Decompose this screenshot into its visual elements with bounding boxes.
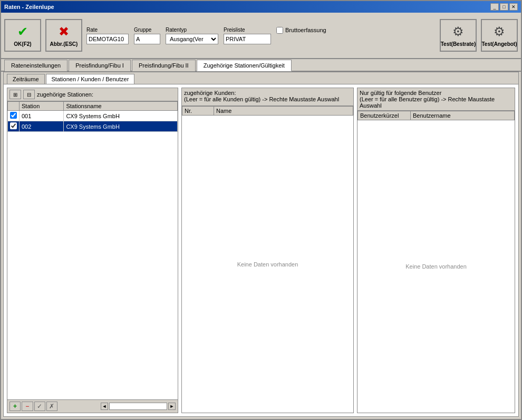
rate-input[interactable] bbox=[86, 34, 129, 44]
tab-preisfindung-1[interactable]: Preisfindung/Fibu I bbox=[69, 60, 131, 71]
col-checkbox bbox=[8, 102, 20, 111]
title-bar-controls: _ □ ✕ bbox=[490, 3, 518, 11]
rate-label: Rate bbox=[86, 27, 129, 33]
preisliste-label: Preisliste bbox=[224, 27, 271, 33]
middle-header-line1: zugehörige Kunden: bbox=[184, 90, 339, 96]
test-angebot-button[interactable]: ⚙ Test(Angebot) bbox=[481, 19, 518, 52]
station-cell: 001 bbox=[20, 111, 64, 121]
remove-button[interactable]: − bbox=[22, 402, 33, 411]
kunden-table: Nr. Name bbox=[182, 106, 353, 116]
add-button[interactable]: + bbox=[9, 402, 21, 411]
benutzer-empty: Keine Daten vorhanden bbox=[357, 120, 515, 413]
middle-panel: zugehörige Kunden: (Leer = für alle Kund… bbox=[181, 88, 354, 413]
kunden-empty: Keine Daten vorhanden bbox=[182, 116, 353, 413]
ok-button[interactable]: ✔ OK(F2) bbox=[4, 19, 41, 52]
col-nr: Nr. bbox=[182, 107, 214, 116]
bruttoerfassung-group: Bruttoerfassung bbox=[276, 27, 326, 34]
test-bestrate-button[interactable]: ⚙ Test(Bestrate) bbox=[440, 19, 477, 52]
right-panel-header: Nur gültig für folgende Benutzer (Leer =… bbox=[357, 88, 515, 111]
ratentyp-field-group: Ratentyp Ausgang(Ver bbox=[166, 27, 218, 44]
preisliste-field-group: Preisliste bbox=[224, 27, 271, 44]
tab-preisfindung-2[interactable]: Preisfindung/Fibu II bbox=[132, 60, 196, 71]
title-bar-left: Raten - Zeilenlupe bbox=[4, 4, 54, 10]
left-panel: ⊞ ⊟ zugehörige Stationen: Station Statio… bbox=[7, 88, 178, 413]
tab-rateneinstellungen[interactable]: Rateneinstellungen bbox=[4, 60, 67, 71]
bruttoerfassung-checkbox[interactable] bbox=[276, 27, 283, 34]
confirm-button[interactable]: ✓ bbox=[34, 402, 45, 411]
col-stationsname: Stationsname bbox=[64, 102, 178, 111]
main-window: Raten - Zeilenlupe _ □ ✕ ✔ OK(F2) ✖ Abbr… bbox=[0, 0, 522, 420]
x-icon: ✖ bbox=[59, 24, 69, 39]
content-area: Zeiträume Stationen / Kunden / Benutzer … bbox=[3, 72, 519, 417]
tab-stationen-gueltigkeit[interactable]: Zugehörige Stationen/Gültigkeit bbox=[197, 60, 292, 71]
stations-table-container: Station Stationsname 001CX9 Systems GmbH… bbox=[7, 101, 178, 399]
scroll-left-button[interactable]: ◄ bbox=[101, 403, 108, 410]
maximize-button[interactable]: □ bbox=[500, 3, 508, 11]
title-bar: Raten - Zeilenlupe _ □ ✕ bbox=[1, 1, 521, 13]
right-header-line1: Nur gültig für folgende Benutzer bbox=[360, 90, 513, 96]
col-name: Name bbox=[214, 107, 353, 116]
ratentyp-label: Ratentyp bbox=[166, 27, 218, 33]
left-bottom-toolbar: + − ✓ ✗ ◄ ► bbox=[7, 399, 178, 413]
tab-stationen-kunden[interactable]: Stationen / Kunden / Benutzer bbox=[46, 74, 135, 84]
scroll-right-button[interactable]: ► bbox=[168, 403, 176, 410]
row-checkbox[interactable] bbox=[10, 122, 17, 129]
benutzer-table: Benutzerkürzel Benutzername bbox=[357, 111, 515, 120]
toolbar-fields: Rate Gruppe Ratentyp Ausgang(Ver Preisli… bbox=[86, 27, 436, 44]
abbr-label: Abbr.(ESC) bbox=[50, 41, 78, 47]
tool-icon-2: ⚙ bbox=[494, 24, 505, 39]
gruppe-input[interactable] bbox=[134, 34, 160, 44]
tab-zeitraeume[interactable]: Zeiträume bbox=[7, 74, 45, 84]
preisliste-input[interactable] bbox=[224, 34, 271, 44]
close-button[interactable]: ✕ bbox=[509, 3, 518, 11]
right-header-line2: (Leer = für alle Benutzer gültig) -> Rec… bbox=[360, 96, 513, 109]
stations-content: ⊞ ⊟ zugehörige Stationen: Station Statio… bbox=[4, 84, 518, 416]
gruppe-label: Gruppe bbox=[134, 27, 160, 33]
bruttoerfassung-label: Bruttoerfassung bbox=[285, 27, 326, 33]
station-cell: 002 bbox=[20, 121, 64, 132]
left-panel-toolbar: ⊞ ⊟ zugehörige Stationen: bbox=[7, 88, 178, 101]
middle-header-line2: (Leer = für alle Kunden gültig) -> Recht… bbox=[184, 96, 339, 102]
table-row[interactable]: 002CX9 Systems GmbH bbox=[8, 121, 178, 132]
ratentyp-select[interactable]: Ausgang(Ver bbox=[166, 34, 218, 44]
cancel-row-button[interactable]: ✗ bbox=[46, 402, 57, 411]
window-title: Raten - Zeilenlupe bbox=[4, 4, 54, 10]
col-benutzername: Benutzername bbox=[411, 111, 515, 120]
table-row[interactable]: 001CX9 Systems GmbH bbox=[8, 111, 178, 121]
inner-tabs: Zeiträume Stationen / Kunden / Benutzer bbox=[4, 72, 518, 84]
col-station: Station bbox=[20, 102, 64, 111]
left-toolbar-btn-1[interactable]: ⊞ bbox=[9, 90, 21, 99]
outer-tabs: Rateneinstellungen Preisfindung/Fibu I P… bbox=[1, 59, 521, 72]
middle-header-text: zugehörige Kunden: (Leer = für alle Kund… bbox=[184, 90, 339, 102]
minimize-button[interactable]: _ bbox=[490, 3, 499, 11]
stations-table: Station Stationsname 001CX9 Systems GmbH… bbox=[7, 101, 178, 132]
rate-field-group: Rate bbox=[86, 27, 129, 44]
left-panel-label: zugehörige Stationen: bbox=[37, 91, 93, 98]
abbr-button[interactable]: ✖ Abbr.(ESC) bbox=[45, 19, 82, 52]
left-toolbar-btn-2[interactable]: ⊟ bbox=[23, 90, 35, 99]
middle-panel-header: zugehörige Kunden: (Leer = für alle Kund… bbox=[182, 88, 353, 106]
right-header-text: Nur gültig für folgende Benutzer (Leer =… bbox=[360, 90, 513, 109]
test-angebot-label: Test(Angebot) bbox=[481, 41, 517, 47]
toolbar: ✔ OK(F2) ✖ Abbr.(ESC) Rate Gruppe Ratent… bbox=[1, 13, 521, 59]
col-kuerzel: Benutzerkürzel bbox=[358, 111, 411, 120]
scroll-area: ◄ ► bbox=[101, 403, 176, 410]
tool-icon-1: ⚙ bbox=[452, 24, 464, 39]
ok-label: OK(F2) bbox=[14, 41, 31, 47]
check-icon: ✔ bbox=[17, 24, 28, 39]
scroll-track bbox=[109, 403, 167, 410]
test-bestrate-label: Test(Bestrate) bbox=[441, 41, 476, 47]
right-panel: Nur gültig für folgende Benutzer (Leer =… bbox=[357, 88, 515, 413]
stationsname-cell: CX9 Systems GmbH bbox=[64, 121, 178, 132]
stationsname-cell: CX9 Systems GmbH bbox=[64, 111, 178, 121]
row-checkbox[interactable] bbox=[10, 112, 17, 119]
gruppe-field-group: Gruppe bbox=[134, 27, 160, 44]
